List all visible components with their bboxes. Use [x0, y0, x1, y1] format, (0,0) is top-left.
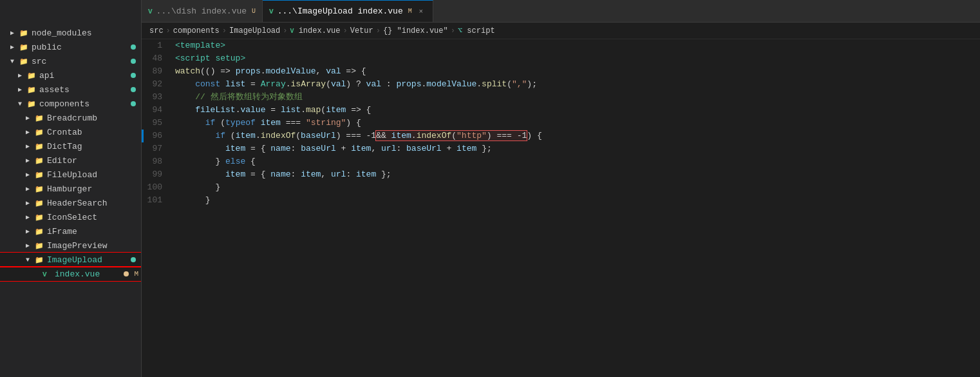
breadcrumb: src›components›ImageUpload›V index.vue›V… — [142, 23, 980, 39]
line-number-94: 94 — [144, 104, 173, 117]
tree-label-ImageUpload: ImageUpload — [47, 255, 131, 265]
more-button[interactable] — [433, 0, 444, 22]
file-tree: ▶📁node_modules▶📁public▼📁src▶📁api▶📁assets… — [0, 26, 141, 377]
line-number-101: 101 — [144, 194, 173, 207]
tree-arrow-public: ▶ — [10, 43, 19, 51]
line-number-1: 1 — [144, 39, 173, 52]
code-line-95: 95 if (typeof item === "string") { — [142, 117, 980, 130]
tree-label-src: src — [32, 57, 131, 66]
folder-icon: 📁 — [19, 43, 30, 52]
tree-arrow-DictTag: ▶ — [26, 142, 35, 150]
folder-icon: 📁 — [35, 171, 45, 179]
sidebar-item-node_modules[interactable]: ▶📁node_modules — [0, 26, 141, 40]
sidebar-item-components[interactable]: ▼📁components — [0, 97, 141, 111]
sidebar: ▶📁node_modules▶📁public▼📁src▶📁api▶📁assets… — [0, 0, 142, 377]
breadcrumb-sep-5: › — [451, 26, 455, 35]
tab-tab1[interactable]: V...\dish index.vueU — [142, 0, 263, 22]
tab-tab2[interactable]: V...\ImageUpload index.vueM× — [263, 0, 433, 22]
line-content-94: fileList.value = list.map(item => { — [173, 104, 980, 117]
breadcrumb-item-1[interactable]: components — [173, 26, 220, 35]
breadcrumb-item-5[interactable]: {} "index.vue" — [383, 26, 448, 35]
sidebar-item-Breadcrumb[interactable]: ▶📁Breadcrumb — [0, 111, 141, 125]
code-line-1: 1<template> — [142, 39, 980, 52]
code-line-89: 89watch(() => props.modelValue, val => { — [142, 65, 980, 78]
vue-file-icon: V — [42, 269, 53, 279]
code-line-93: 93 // 然后将数组转为对象数组 — [142, 91, 980, 104]
sidebar-item-Hamburger[interactable]: ▶📁Hamburger — [0, 182, 141, 196]
folder-icon: 📁 — [27, 72, 37, 80]
line-content-101: } — [173, 194, 980, 207]
sidebar-item-DictTag[interactable]: ▶📁DictTag — [0, 139, 141, 153]
tree-label-ImagePreview: ImagePreview — [47, 241, 141, 251]
line-number-93: 93 — [144, 91, 173, 104]
folder-icon: 📁 — [35, 185, 45, 193]
code-line-92: 92 const list = Array.isArray(val) ? val… — [142, 78, 980, 91]
tree-arrow-api: ▶ — [18, 72, 27, 79]
line-content-96: if (item.indexOf(baseUrl) === -1&& item.… — [173, 130, 980, 142]
folder-icon: 📁 — [35, 142, 45, 151]
folder-icon: 📁 — [35, 256, 45, 264]
tree-label-Breadcrumb: Breadcrumb — [47, 113, 141, 123]
sidebar-item-HeaderSearch[interactable]: ▶📁HeaderSearch — [0, 196, 141, 210]
tree-label-api: api — [39, 71, 131, 81]
sidebar-item-ImagePreview[interactable]: ▶📁ImagePreview — [0, 238, 141, 253]
breadcrumb-sep-4: › — [376, 26, 381, 35]
line-number-100: 100 — [144, 181, 173, 194]
folder-icon: 📁 — [19, 57, 30, 66]
tree-dot-src — [131, 59, 136, 64]
line-content-100: } — [173, 181, 980, 194]
tree-dot-api — [131, 73, 136, 78]
folder-icon: 📁 — [35, 157, 45, 165]
tab-close-tab2[interactable]: × — [416, 6, 426, 17]
tree-label-IconSelect: IconSelect — [47, 213, 141, 222]
tree-label-DictTag: DictTag — [47, 142, 141, 151]
breadcrumb-item-0[interactable]: src — [149, 26, 164, 35]
breadcrumb-item-2[interactable]: ImageUpload — [229, 26, 280, 35]
sidebar-item-Crontab[interactable]: ▶📁Crontab — [0, 125, 141, 139]
tab-badge-tab1: U — [252, 8, 256, 15]
tree-label-index.vue: index.vue — [55, 269, 124, 279]
sidebar-item-public[interactable]: ▶📁public — [0, 40, 141, 54]
sidebar-item-index.vue[interactable]: Vindex.vueM — [0, 267, 141, 281]
line-number-96: 96 — [144, 130, 173, 142]
breadcrumb-text-3: index.vue — [299, 26, 341, 35]
tree-label-node_modules: node_modules — [32, 28, 141, 38]
sidebar-item-ImageUpload[interactable]: ▼📁ImageUpload — [0, 253, 141, 267]
breadcrumb-item-4[interactable]: Vetur — [350, 26, 373, 35]
root-folder[interactable] — [0, 12, 141, 26]
folder-icon: 📁 — [35, 242, 45, 250]
code-editor[interactable]: 1<template>48<script setup>89watch(() =>… — [142, 39, 980, 377]
script-icon: ⌥ — [458, 26, 462, 35]
sidebar-item-src[interactable]: ▼📁src — [0, 54, 141, 68]
tree-arrow-src: ▼ — [10, 58, 19, 65]
folder-icon: 📁 — [27, 100, 37, 108]
folder-icon: 📁 — [35, 227, 45, 236]
tree-dot-public — [131, 44, 136, 50]
tree-arrow-components: ▼ — [18, 101, 27, 108]
tree-label-components: components — [39, 99, 131, 109]
vue-breadcrumb-icon: V — [290, 28, 294, 35]
breadcrumb-sep-0: › — [166, 26, 171, 35]
sidebar-item-iFrame[interactable]: ▶📁iFrame — [0, 224, 141, 238]
breadcrumb-sep-1: › — [222, 26, 227, 35]
folder-icon: 📁 — [19, 29, 30, 37]
line-content-89: watch(() => props.modelValue, val => { — [173, 65, 980, 78]
breadcrumb-item-6[interactable]: ⌥ script — [458, 26, 495, 35]
tree-arrow-FileUpload: ▶ — [26, 171, 35, 179]
folder-icon: 📁 — [35, 213, 45, 222]
tree-dot-ImageUpload — [131, 257, 136, 262]
tab-bar: V...\dish index.vueUV...\ImageUpload ind… — [142, 0, 980, 23]
line-content-93: // 然后将数组转为对象数组 — [173, 91, 980, 104]
code-line-48: 48<script setup> — [142, 52, 980, 65]
breadcrumb-item-3[interactable]: V index.vue — [290, 26, 340, 35]
sidebar-item-IconSelect[interactable]: ▶📁IconSelect — [0, 210, 141, 224]
tree-label-FileUpload: FileUpload — [47, 170, 141, 180]
sidebar-item-assets[interactable]: ▶📁assets — [0, 82, 141, 97]
sidebar-item-api[interactable]: ▶📁api — [0, 68, 141, 82]
sidebar-item-FileUpload[interactable]: ▶📁FileUpload — [0, 168, 141, 182]
code-line-99: 99 item = { name: item, url: item }; — [142, 168, 980, 181]
code-line-98: 98 } else { — [142, 155, 980, 168]
code-line-100: 100 } — [142, 181, 980, 194]
sidebar-item-Editor[interactable]: ▶📁Editor — [0, 153, 141, 168]
tab-label-tab1: ...\dish index.vue — [156, 6, 247, 16]
